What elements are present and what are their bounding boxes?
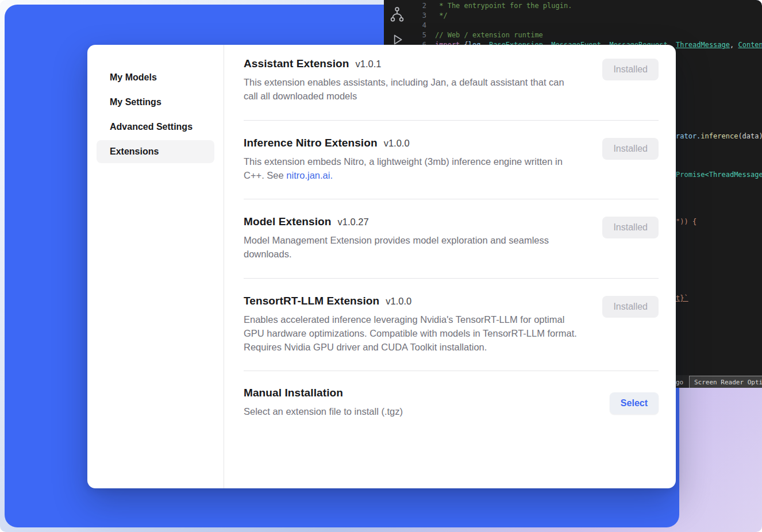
extension-description: This extension embeds Nitro, a lightweig… bbox=[244, 155, 578, 183]
status-text: go bbox=[676, 377, 683, 387]
sidebar-item-extensions[interactable]: Extensions bbox=[97, 140, 214, 163]
code-line: 3 */ bbox=[410, 11, 762, 21]
code-token-function: inference bbox=[701, 132, 738, 140]
extension-row-model: Model Extension v1.0.27 Model Management… bbox=[244, 199, 659, 279]
extension-info: Assistant Extension v1.0.1 This extensio… bbox=[244, 57, 578, 103]
code-token: (data)); bbox=[738, 132, 762, 140]
manual-installation-description: Select an extension file to install (.tg… bbox=[244, 404, 403, 418]
sidebar-item-my-settings[interactable]: My Settings bbox=[97, 91, 214, 114]
manual-installation-row: Manual Installation Select an extension … bbox=[244, 371, 659, 434]
extension-title: TensortRT-LLM Extension bbox=[244, 295, 379, 307]
line-number: 3 bbox=[410, 11, 426, 21]
code-fragment: ")) { bbox=[676, 217, 696, 227]
manual-installation-info: Manual Installation Select an extension … bbox=[244, 387, 403, 418]
code-line: 2 * The entrypoint for the plugin. bbox=[410, 1, 762, 11]
installed-button[interactable]: Installed bbox=[602, 296, 659, 318]
extension-title: Model Extension bbox=[244, 215, 331, 228]
extensions-panel: Assistant Extension v1.0.1 This extensio… bbox=[224, 45, 676, 488]
extension-description: Model Management Extension provides mode… bbox=[244, 233, 578, 261]
installed-button[interactable]: Installed bbox=[602, 138, 659, 160]
code-fragment: Promise<ThreadMessage> bbox=[676, 170, 762, 180]
code-token: rator. bbox=[676, 132, 701, 140]
line-number: 2 bbox=[410, 1, 426, 11]
code-fragment: t}` bbox=[676, 294, 688, 303]
extension-title: Assistant Extension bbox=[244, 57, 349, 70]
select-file-button[interactable]: Select bbox=[610, 392, 659, 414]
extension-info: TensortRT-LLM Extension v1.0.0 Enables a… bbox=[244, 295, 578, 354]
code-token-comment: // Web / extension runtime bbox=[435, 31, 543, 39]
extension-description: This extension enables assistants, inclu… bbox=[244, 75, 578, 103]
screen-reader-chip: Screen Reader Optimized bbox=[689, 376, 762, 388]
code-line: 5 // Web / extension runtime bbox=[410, 30, 762, 40]
extension-description: Enables accelerated inference leveraging… bbox=[244, 313, 578, 354]
settings-sidebar: My Models My Settings Advanced Settings … bbox=[87, 45, 224, 488]
extension-title: Inference Nitro Extension bbox=[244, 137, 378, 149]
extension-version: v1.0.0 bbox=[386, 296, 411, 307]
nitro-link[interactable]: nitro.jan.ai. bbox=[286, 170, 333, 180]
extension-row-assistant: Assistant Extension v1.0.1 This extensio… bbox=[244, 45, 659, 121]
extension-info: Inference Nitro Extension v1.0.0 This ex… bbox=[244, 137, 578, 183]
installed-button[interactable]: Installed bbox=[602, 217, 659, 238]
settings-card: My Models My Settings Advanced Settings … bbox=[87, 45, 676, 488]
code-token-type: ContentType bbox=[738, 41, 762, 49]
extension-info: Model Extension v1.0.27 Model Management… bbox=[244, 215, 578, 261]
line-number: 5 bbox=[410, 30, 426, 40]
source-control-icon[interactable] bbox=[388, 6, 406, 23]
installed-button[interactable]: Installed bbox=[602, 59, 659, 80]
extension-row-tensorrt: TensortRT-LLM Extension v1.0.0 Enables a… bbox=[244, 279, 659, 372]
manual-installation-title: Manual Installation bbox=[244, 387, 343, 399]
extension-row-nitro: Inference Nitro Extension v1.0.0 This ex… bbox=[244, 121, 659, 200]
sidebar-item-my-models[interactable]: My Models bbox=[97, 66, 214, 89]
line-number: 4 bbox=[410, 21, 426, 30]
extension-version: v1.0.1 bbox=[356, 59, 382, 70]
code-area: 2 * The entrypoint for the plugin. 3 */ … bbox=[410, 1, 762, 50]
code-fragment: rator.inference(data)); bbox=[676, 132, 762, 141]
code-token: , bbox=[730, 41, 738, 49]
sidebar-item-advanced-settings[interactable]: Advanced Settings bbox=[97, 115, 214, 138]
code-token-type: ThreadMessage bbox=[676, 41, 730, 49]
code-line: 4 bbox=[410, 21, 762, 30]
app-window: 2 * The entrypoint for the plugin. 3 */ … bbox=[0, 0, 762, 532]
extension-version: v1.0.27 bbox=[337, 217, 368, 228]
code-token-comment: * The entrypoint for the plugin. bbox=[435, 2, 572, 10]
code-token-comment: */ bbox=[435, 11, 448, 20]
extension-version: v1.0.0 bbox=[384, 138, 410, 149]
